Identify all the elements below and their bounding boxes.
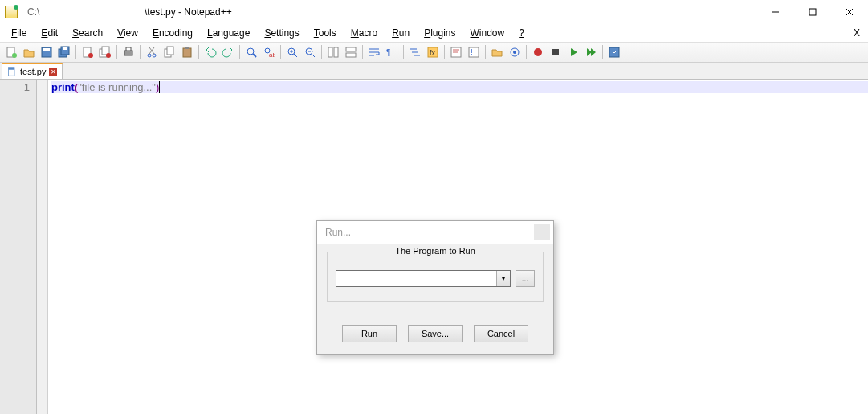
toolbar-lang[interactable]: fx xyxy=(425,44,441,60)
svg-point-15 xyxy=(106,53,111,58)
menu-window[interactable]: Window xyxy=(464,26,511,40)
toolbar-stop[interactable] xyxy=(548,44,564,60)
toolbar-func-list[interactable] xyxy=(466,44,482,60)
record-icon xyxy=(532,46,544,59)
menu-overflow[interactable]: X xyxy=(854,27,860,39)
minimize-icon xyxy=(772,8,780,16)
menu-settings[interactable]: Settings xyxy=(258,26,305,40)
svg-point-58 xyxy=(513,51,516,54)
fieldset-legend: The Program to Run xyxy=(390,246,480,256)
dialog-close-button[interactable] xyxy=(534,224,550,240)
toolbar-open-file[interactable] xyxy=(21,44,37,60)
title-path: C:\ xyxy=(27,6,39,18)
svg-rect-16 xyxy=(124,51,132,55)
toolbar-redo[interactable] xyxy=(220,44,236,60)
toolbar-folder[interactable] xyxy=(489,44,505,60)
program-fieldset: The Program to Run ▾ ... xyxy=(327,252,544,302)
toolbar-save[interactable] xyxy=(39,44,55,60)
toolbar-save-all[interactable] xyxy=(56,44,72,60)
svg-rect-38 xyxy=(334,47,338,57)
toolbar-replace[interactable]: ab xyxy=(261,44,277,60)
all-chars-icon: ¶ xyxy=(385,46,398,59)
toolbar-close[interactable] xyxy=(79,44,96,60)
svg-point-56 xyxy=(471,54,472,55)
tab-test-py[interactable]: test.py ✕ xyxy=(2,63,63,79)
toolbar-print[interactable] xyxy=(120,44,137,60)
lang-icon: fx xyxy=(426,46,439,59)
menu-search[interactable]: Search xyxy=(66,26,109,40)
close-button[interactable] xyxy=(831,0,868,24)
toolbar-sync-h[interactable] xyxy=(343,44,359,60)
toolbar-all-chars[interactable]: ¶ xyxy=(384,44,400,60)
new-file-icon xyxy=(5,46,18,59)
menu-view[interactable]: View xyxy=(111,26,145,40)
func-list-icon xyxy=(467,46,480,59)
stop-icon xyxy=(549,46,562,59)
toolbar-separator xyxy=(362,45,363,59)
title-bar: C:\ \test.py - Notepad++ xyxy=(0,0,868,24)
menu-bar: File Edit Search View Encoding Language … xyxy=(0,24,868,42)
minimize-button[interactable] xyxy=(757,0,794,24)
toolbar-separator xyxy=(526,45,527,59)
toolbar-cut[interactable] xyxy=(144,44,160,60)
toolbar-zoom-out[interactable] xyxy=(302,44,318,60)
dialog-title: Run... xyxy=(325,227,351,238)
toolbar-new-file[interactable] xyxy=(3,44,19,60)
maximize-icon xyxy=(809,8,817,16)
toolbar: ab¶fx xyxy=(0,42,868,63)
run-button[interactable]: Run xyxy=(342,325,397,342)
run-dialog: Run... The Program to Run ▾ ... Run Save… xyxy=(316,220,554,355)
svg-point-5 xyxy=(12,53,17,58)
toolbar-doc-map[interactable] xyxy=(448,44,464,60)
program-row: ▾ ... xyxy=(336,270,535,287)
title-text: \test.py - Notepad++ xyxy=(145,6,232,18)
menu-help[interactable]: ? xyxy=(512,26,531,40)
toolbar-separator xyxy=(280,45,281,59)
toolbar-separator xyxy=(140,45,141,59)
svg-point-12 xyxy=(88,53,93,58)
toolbar-zoom-in[interactable] xyxy=(284,44,300,60)
toolbar-close-all[interactable] xyxy=(97,44,113,60)
tab-close-icon[interactable]: ✕ xyxy=(49,68,57,76)
combobox-arrow[interactable]: ▾ xyxy=(496,271,510,286)
toolbar-sync-v[interactable] xyxy=(325,44,341,60)
menu-language[interactable]: Language xyxy=(201,26,256,40)
browse-button[interactable]: ... xyxy=(516,270,535,287)
svg-rect-60 xyxy=(552,49,559,55)
toolbar-separator xyxy=(403,45,404,59)
replace-icon: ab xyxy=(263,46,275,59)
wrap-icon xyxy=(368,46,381,59)
menu-plugins[interactable]: Plugins xyxy=(418,26,462,40)
toolbar-paste[interactable] xyxy=(179,44,195,60)
dialog-title-bar[interactable]: Run... xyxy=(317,221,553,244)
toolbar-save-macro[interactable] xyxy=(606,44,622,60)
maximize-button[interactable] xyxy=(794,0,831,24)
toolbar-copy[interactable] xyxy=(161,44,177,60)
toolbar-play[interactable] xyxy=(565,44,581,60)
menu-macro[interactable]: Macro xyxy=(344,26,384,40)
save-icon xyxy=(40,46,53,59)
toolbar-find[interactable] xyxy=(243,44,259,60)
close-all-icon xyxy=(99,46,112,59)
menu-file[interactable]: File xyxy=(5,26,33,40)
menu-encoding[interactable]: Encoding xyxy=(146,26,199,40)
toolbar-separator xyxy=(116,45,117,59)
svg-point-59 xyxy=(534,48,542,56)
toolbar-record[interactable] xyxy=(530,44,546,60)
doc-map-icon xyxy=(450,46,463,59)
svg-point-55 xyxy=(471,51,472,53)
toolbar-undo[interactable] xyxy=(202,44,218,60)
menu-tools[interactable]: Tools xyxy=(308,26,343,40)
toolbar-monitor[interactable] xyxy=(507,44,523,60)
toolbar-play-multi[interactable] xyxy=(583,44,599,60)
toolbar-indent-guide[interactable] xyxy=(407,44,423,60)
tab-bar: test.py ✕ xyxy=(0,63,868,80)
save-button[interactable]: Save... xyxy=(408,325,463,342)
program-combobox[interactable]: ▾ xyxy=(336,270,511,287)
toolbar-wrap[interactable] xyxy=(366,44,382,60)
cancel-button[interactable]: Cancel xyxy=(474,325,528,342)
toolbar-separator xyxy=(444,45,445,59)
menu-run[interactable]: Run xyxy=(385,26,416,40)
svg-rect-17 xyxy=(126,47,131,51)
menu-edit[interactable]: Edit xyxy=(35,26,64,40)
